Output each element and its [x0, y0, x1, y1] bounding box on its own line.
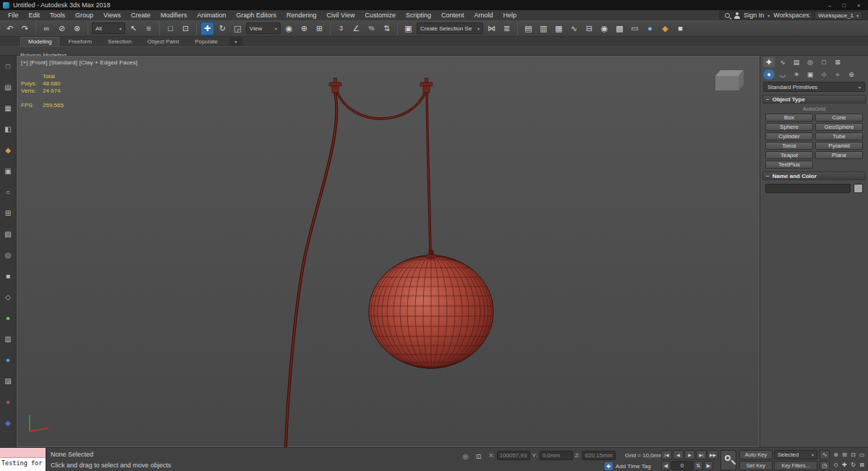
tab-populate[interactable]: Populate — [187, 38, 225, 46]
geometry-category-button[interactable]: ● — [763, 69, 775, 80]
edit-named-selection-sets-button[interactable]: ▣ — [401, 22, 415, 35]
go-to-end-button[interactable]: ▶▶ — [707, 450, 718, 459]
auto-key-button[interactable]: Auto Key — [739, 450, 773, 459]
time-configuration-button[interactable]: ◷ — [820, 461, 830, 470]
zoom-region-button[interactable]: ▭ — [858, 450, 866, 459]
toggle-ribbon-button[interactable]: ▦ — [552, 22, 566, 35]
macro-recorder-pane[interactable] — [0, 448, 46, 458]
field-of-view-button[interactable]: ◇ — [832, 460, 840, 470]
torus-button[interactable]: Torus — [765, 142, 813, 150]
ribbon-options-button[interactable]: ▾ — [229, 38, 242, 46]
utilities-tab[interactable]: ⊠ — [832, 57, 843, 67]
display-tab[interactable]: □ — [818, 57, 830, 67]
tube-button[interactable]: Tube — [815, 132, 863, 140]
toggle-layer-explorer-button[interactable]: ▥ — [537, 22, 550, 35]
tangent-options-button[interactable]: ∿ — [820, 450, 830, 459]
left-toolbar-icon-13[interactable]: ● — [2, 312, 14, 324]
menu-create[interactable]: Create — [126, 10, 156, 20]
minimize-button[interactable]: – — [823, 1, 836, 9]
tab-selection[interactable]: Selection — [101, 38, 139, 46]
textplus-button[interactable]: TextPlus — [765, 161, 813, 169]
cord-connector-right[interactable] — [420, 78, 433, 93]
teapot-button[interactable]: Teapot — [765, 151, 813, 159]
keyboard-shortcut-override-toggle[interactable]: ⊞ — [312, 22, 326, 35]
spinner-snap-toggle[interactable]: ⇅ — [380, 22, 393, 35]
plane-button[interactable]: Plane — [815, 151, 863, 159]
key-next-button[interactable]: ▶ — [704, 461, 713, 470]
left-toolbar-icon-8[interactable]: ⊞ — [2, 207, 14, 219]
motion-tab[interactable]: ◎ — [804, 57, 816, 67]
viewcube[interactable] — [715, 70, 744, 90]
z-coordinate-input[interactable] — [582, 451, 616, 460]
workspace-dropdown[interactable]: Workspace_1 ▾ — [814, 11, 862, 20]
tab-object-paint[interactable]: Object Paint — [140, 38, 187, 46]
sign-in-button[interactable]: Sign In — [744, 12, 764, 19]
cone-button[interactable]: Cone — [815, 114, 863, 122]
menu-civil-view[interactable]: Civil View — [322, 10, 360, 20]
left-toolbar-icon-5[interactable]: ◆ — [2, 144, 14, 156]
menu-group[interactable]: Group — [70, 10, 98, 20]
box-button[interactable]: Box — [765, 114, 813, 122]
left-toolbar-icon-16[interactable]: ▨ — [2, 375, 14, 387]
unlink-selection-button[interactable]: ⊘ — [55, 22, 69, 35]
go-to-start-button[interactable]: |◀ — [661, 450, 672, 459]
search-icon[interactable] — [725, 13, 730, 18]
next-frame-button[interactable]: ▶| — [696, 450, 707, 459]
menu-views[interactable]: Views — [98, 10, 126, 20]
snaps-toggle-button[interactable]: 3 — [334, 22, 348, 35]
left-toolbar-icon-12[interactable]: ◇ — [2, 291, 14, 303]
angle-snap-toggle[interactable]: ∠ — [349, 22, 363, 35]
viewport-label[interactable]: [+] [Front] [Standard] [Clay + Edged Fac… — [21, 59, 137, 66]
maximize-viewport-toggle[interactable]: ⊠ — [858, 460, 866, 470]
menu-rendering[interactable]: Rendering — [281, 10, 322, 20]
select-and-link-button[interactable]: ∞ — [40, 22, 54, 35]
select-and-move-button[interactable]: ✚ — [200, 22, 214, 35]
left-toolbar-icon-4[interactable]: ◧ — [2, 123, 14, 135]
left-toolbar-icon-6[interactable]: ▣ — [2, 165, 14, 177]
current-frame-input[interactable] — [671, 461, 693, 470]
render-production-button[interactable]: ● — [643, 22, 657, 35]
percent-snap-toggle[interactable]: % — [365, 22, 378, 35]
y-coordinate-input[interactable] — [540, 451, 573, 460]
bind-to-space-warp-button[interactable]: ⊗ — [70, 22, 84, 35]
left-toolbar-icon-14[interactable]: ▥ — [2, 333, 14, 345]
rectangular-selection-region-button[interactable]: □ — [163, 22, 177, 35]
menu-customize[interactable]: Customize — [359, 10, 401, 20]
name-color-rollout-header[interactable]: − Name and Color — [762, 171, 866, 180]
scene-canvas[interactable] — [17, 56, 760, 447]
menu-modifiers[interactable]: Modifiers — [156, 10, 192, 20]
render-in-cloud-button[interactable]: ◆ — [658, 22, 672, 35]
primitive-category-dropdown[interactable]: Standard Primitives ▾ — [763, 82, 865, 92]
create-tab[interactable]: ✚ — [763, 57, 775, 67]
menu-tools[interactable]: Tools — [45, 10, 70, 20]
left-toolbar-icon-7[interactable]: ○ — [2, 186, 14, 198]
left-toolbar-icon-17[interactable]: ● — [2, 396, 14, 408]
use-pivot-center-button[interactable]: ◉ — [282, 22, 296, 35]
sphere-button[interactable]: Sphere — [765, 123, 813, 131]
left-toolbar-icon-10[interactable]: ◎ — [2, 249, 14, 261]
toggle-scene-explorer-button[interactable]: ▤ — [522, 22, 535, 35]
key-prev-button[interactable]: ◀ — [661, 461, 671, 470]
selection-lock-icon[interactable]: ⊡ — [474, 451, 483, 461]
maxscript-mini-listener[interactable]: Testing for i — [0, 448, 46, 471]
left-toolbar-icon-1[interactable]: □ — [2, 60, 14, 72]
chevron-down-icon[interactable]: ▾ — [767, 13, 770, 18]
left-toolbar-icon-9[interactable]: ▧ — [2, 228, 14, 240]
select-by-name-button[interactable]: ≡ — [142, 22, 156, 35]
menu-animation[interactable]: Animation — [192, 10, 231, 20]
close-button[interactable]: × — [852, 1, 865, 9]
cameras-category-button[interactable]: ▣ — [804, 69, 816, 80]
menu-edit[interactable]: Edit — [24, 10, 46, 20]
autogrid-toggle[interactable]: AutoGrid — [760, 106, 868, 112]
add-time-tag-button[interactable]: Add Time Tag — [616, 463, 651, 470]
set-key-button[interactable]: Set Key — [739, 461, 773, 470]
zoom-button[interactable]: ⊕ — [832, 450, 840, 459]
tab-freeform[interactable]: Freeform — [61, 38, 98, 46]
menu-scripting[interactable]: Scripting — [401, 10, 436, 20]
left-toolbar-icon-3[interactable]: ▦ — [2, 102, 14, 114]
redo-button[interactable]: ↷ — [18, 22, 32, 35]
pyramid-button[interactable]: Pyramid — [815, 142, 863, 150]
zoom-extents-button[interactable]: ⊡ — [849, 450, 857, 459]
render-setup-button[interactable]: ▩ — [613, 22, 626, 35]
geosphere-button[interactable]: GeoSphere — [815, 123, 863, 131]
